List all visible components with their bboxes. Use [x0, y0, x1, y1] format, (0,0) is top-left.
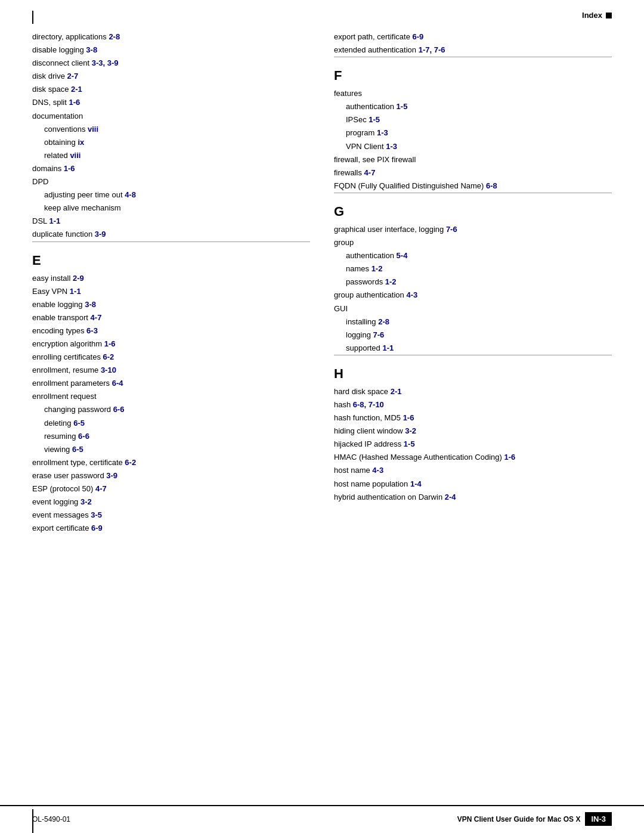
index-link[interactable]: 7-6	[446, 225, 457, 234]
index-link[interactable]: 1-6	[504, 453, 515, 462]
list-item: VPN Client 1-3	[334, 140, 612, 153]
index-link[interactable]: 3-9	[106, 471, 117, 480]
index-link[interactable]: 3-5	[91, 510, 102, 519]
index-link[interactable]: 1-5	[404, 439, 415, 448]
list-item: enable transport 4-7	[32, 311, 310, 324]
index-link[interactable]: 6-8, 7-10	[353, 400, 384, 409]
index-link[interactable]: 5-4	[397, 251, 408, 260]
index-link[interactable]: 3-2	[80, 497, 92, 506]
index-link[interactable]: 1-7, 7-6	[419, 45, 445, 54]
index-link[interactable]: 1-3	[377, 128, 388, 137]
main-content: directory, applications 2-8disable loggi…	[0, 24, 644, 571]
index-link[interactable]: ix	[78, 138, 84, 147]
index-link[interactable]: 2-1	[391, 387, 402, 396]
index-link[interactable]: 1-2	[385, 277, 397, 286]
list-item: hard disk space 2-1	[334, 385, 612, 398]
index-link[interactable]: 1-2	[371, 264, 383, 273]
index-link[interactable]: 4-7	[91, 313, 102, 322]
header-square-icon	[606, 13, 612, 18]
index-link[interactable]: 1-1	[382, 343, 394, 352]
list-item: enrollment parameters 6-4	[32, 377, 310, 390]
index-link[interactable]: 3-2	[405, 426, 416, 435]
list-item: logging 7-6	[334, 329, 612, 342]
list-item: supported 1-1	[334, 342, 612, 355]
list-item: export certificate 6-9	[32, 522, 310, 535]
footer-right-group: VPN Client User Guide for Mac OS X IN-3	[457, 812, 612, 826]
index-link[interactable]: 1-6	[64, 164, 75, 173]
list-item: disconnect client 3-3, 3-9	[32, 57, 310, 70]
list-item: enrollment type, certificate 6-2	[32, 456, 310, 469]
list-item: DPD	[32, 175, 310, 188]
index-link[interactable]: 6-4	[112, 379, 123, 388]
index-link[interactable]: 1-6	[104, 339, 116, 348]
list-item: deleting 6-5	[32, 417, 310, 430]
index-link[interactable]: 6-6	[78, 432, 89, 441]
index-link[interactable]: 3-10	[101, 366, 116, 374]
index-link[interactable]: 3-8	[85, 300, 96, 309]
list-item: extended authentication 1-7, 7-6	[334, 44, 612, 57]
index-link[interactable]: 6-3	[86, 326, 98, 335]
section-heading: H	[334, 366, 612, 382]
index-link[interactable]: 1-5	[369, 115, 380, 124]
index-link[interactable]: 6-8	[486, 181, 497, 190]
index-link[interactable]: viii	[88, 125, 98, 134]
header: Index	[0, 0, 644, 24]
index-link[interactable]: 3-3, 3-9	[92, 58, 119, 67]
list-item: duplicate function 3-9	[32, 228, 310, 241]
list-item: related viii	[32, 149, 310, 162]
index-link[interactable]: 2-9	[73, 274, 84, 283]
list-item: conventions viii	[32, 123, 310, 136]
index-link[interactable]: 4-3	[406, 290, 417, 299]
index-link[interactable]: 2-1	[71, 85, 82, 94]
list-item: hiding client window 3-2	[334, 425, 612, 438]
list-item: disk space 2-1	[32, 83, 310, 96]
list-item: Easy VPN 1-1	[32, 285, 310, 298]
index-link[interactable]: 1-5	[397, 102, 408, 111]
index-link[interactable]: 6-9	[91, 524, 103, 532]
index-link[interactable]: 6-2	[125, 458, 136, 467]
index-link[interactable]: 1-6	[403, 413, 414, 422]
list-item: hybrid authentication on Darwin 2-4	[334, 491, 612, 504]
list-item: domains 1-6	[32, 162, 310, 175]
index-link[interactable]: 4-7	[95, 484, 107, 493]
index-link[interactable]: 6-5	[73, 419, 85, 428]
index-link[interactable]: 6-9	[413, 32, 424, 41]
index-link[interactable]: 6-5	[72, 445, 83, 454]
index-link[interactable]: 3-9	[95, 230, 106, 239]
list-item: adjusting peer time out 4-8	[32, 188, 310, 202]
index-link[interactable]: 7-6	[373, 330, 385, 339]
list-item: keep alive mechanism	[32, 202, 310, 215]
index-link[interactable]: 4-7	[364, 168, 376, 177]
index-link[interactable]: 1-1	[49, 216, 60, 225]
list-item: installing 2-8	[334, 315, 612, 329]
index-link[interactable]: 2-8	[109, 32, 120, 41]
list-item: disk drive 2-7	[32, 70, 310, 83]
list-item: viewing 6-5	[32, 443, 310, 456]
index-link[interactable]: 6-2	[103, 352, 114, 361]
list-item: firewall, see PIX firewall	[334, 153, 612, 166]
index-link[interactable]: 3-8	[86, 45, 97, 54]
list-item: hash function, MD5 1-6	[334, 411, 612, 425]
list-item: enrollment request	[32, 390, 310, 403]
list-item: authentication 5-4	[334, 249, 612, 262]
index-link[interactable]: viii	[70, 151, 80, 160]
list-item: encoding types 6-3	[32, 324, 310, 337]
index-link[interactable]: 6-6	[113, 405, 125, 414]
list-item: FQDN (Fully Qualified Distinguished Name…	[334, 179, 612, 193]
section-divider	[334, 57, 612, 57]
list-item: disable logging 3-8	[32, 44, 310, 57]
index-link[interactable]: 2-4	[445, 493, 456, 501]
list-item: group	[334, 236, 612, 249]
list-item: export path, certificate 6-9	[334, 30, 612, 44]
index-link[interactable]: 1-4	[410, 479, 422, 488]
index-link[interactable]: 2-7	[67, 72, 79, 80]
index-link[interactable]: 4-8	[125, 190, 136, 199]
index-link[interactable]: 2-8	[378, 317, 389, 326]
index-link[interactable]: 1-6	[69, 98, 80, 107]
index-link[interactable]: 1-1	[70, 287, 81, 296]
list-item: enable logging 3-8	[32, 298, 310, 311]
list-item: authentication 1-5	[334, 100, 612, 113]
index-link[interactable]: 1-3	[386, 142, 397, 151]
list-item: firewalls 4-7	[334, 166, 612, 179]
index-link[interactable]: 4-3	[372, 466, 383, 475]
